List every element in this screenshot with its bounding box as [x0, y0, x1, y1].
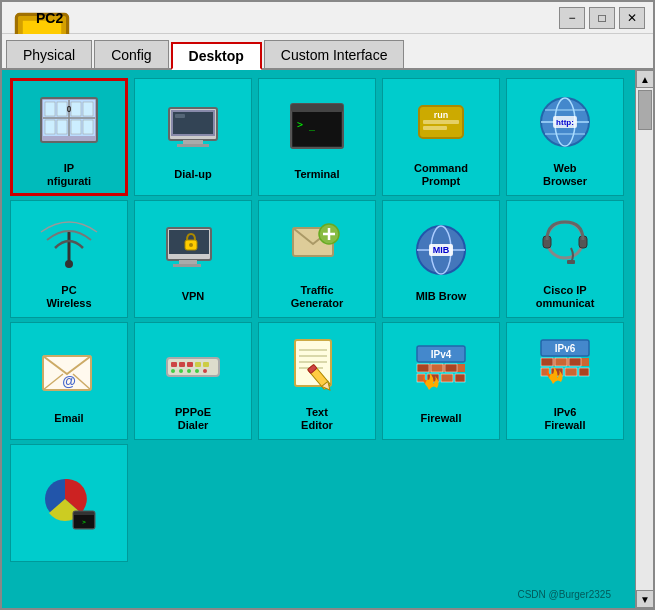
dialup-label: Dial-up [174, 168, 211, 181]
title-bar-left: PC2 [10, 8, 63, 28]
desktop-item-cisco-ip[interactable]: Cisco IP ommunicat [506, 200, 624, 318]
svg-rect-13 [45, 120, 55, 134]
desktop-grid-wrapper[interactable]: 106 IP nfigurati [2, 70, 635, 608]
pppoe-dialer-icon [157, 330, 229, 402]
ip-config-icon: 106 [33, 86, 105, 158]
svg-rect-10 [57, 102, 67, 116]
desktop-item-email[interactable]: @ Email [10, 322, 128, 440]
desktop-item-traffic-generator[interactable]: Traffic Generator [258, 200, 376, 318]
tab-custom-interface[interactable]: Custom Interface [264, 40, 405, 68]
svg-point-39 [65, 260, 73, 268]
close-button[interactable]: ✕ [619, 7, 645, 29]
svg-rect-9 [45, 102, 55, 116]
scroll-track[interactable] [636, 88, 653, 590]
svg-rect-22 [175, 114, 185, 118]
svg-point-45 [189, 243, 193, 247]
vpn-icon [157, 214, 229, 286]
title-bar: PC2 − □ ✕ [2, 2, 653, 34]
chart-icon: > [33, 465, 105, 537]
svg-rect-20 [177, 144, 209, 147]
svg-point-69 [171, 369, 175, 373]
svg-text:@: @ [62, 373, 76, 389]
svg-rect-67 [195, 362, 201, 367]
terminal-label: Terminal [294, 168, 339, 181]
desktop-item-web-browser[interactable]: http: Web Browser [506, 78, 624, 196]
svg-text:> _: > _ [297, 119, 316, 131]
desktop-item-firewall[interactable]: IPv4 [382, 322, 500, 440]
svg-rect-86 [431, 364, 443, 372]
scroll-thumb[interactable] [638, 90, 652, 130]
svg-rect-19 [183, 140, 203, 144]
desktop-item-mib-browser[interactable]: MIB MIB Brow [382, 200, 500, 318]
cisco-ip-icon [529, 208, 601, 280]
svg-rect-15 [71, 120, 81, 134]
svg-rect-66 [187, 362, 193, 367]
window-controls: − □ ✕ [559, 7, 645, 29]
firewall-label: Firewall [421, 412, 462, 425]
desktop-item-vpn[interactable]: VPN [134, 200, 252, 318]
traffic-generator-icon [281, 208, 353, 280]
svg-text:IPv6: IPv6 [555, 343, 576, 354]
svg-rect-29 [423, 120, 459, 124]
svg-rect-64 [171, 362, 177, 367]
pc-wireless-icon [33, 208, 105, 280]
pppoe-dialer-label: PPPoE Dialer [175, 406, 211, 432]
ip-config-label: IP nfigurati [47, 162, 91, 188]
scroll-up-button[interactable]: ▲ [636, 70, 653, 88]
svg-rect-42 [179, 260, 197, 264]
minimize-button[interactable]: − [559, 7, 585, 29]
desktop-item-text-editor[interactable]: Text Editor [258, 322, 376, 440]
text-editor-label: Text Editor [301, 406, 333, 432]
pc2-window: PC2 − □ ✕ Physical Config Desktop Custom… [0, 0, 655, 610]
svg-text:IPv4: IPv4 [431, 349, 452, 360]
svg-rect-11 [71, 102, 81, 116]
dialup-icon [157, 92, 229, 164]
pc-wireless-label: PC Wireless [46, 284, 91, 310]
desktop-item-pc-wireless[interactable]: PC Wireless [10, 200, 128, 318]
desktop-item-terminal[interactable]: > _ Terminal [258, 78, 376, 196]
command-prompt-label: Command Prompt [414, 162, 468, 188]
svg-rect-91 [455, 374, 465, 382]
tab-config[interactable]: Config [94, 40, 168, 68]
mib-browser-label: MIB Brow [416, 290, 467, 303]
web-browser-label: Web Browser [543, 162, 587, 188]
svg-rect-58 [567, 260, 575, 264]
svg-rect-96 [555, 358, 567, 366]
desktop-item-ip-config[interactable]: 106 IP nfigurati [10, 78, 128, 196]
scrollbar[interactable]: ▲ ▼ [635, 70, 653, 608]
svg-rect-95 [541, 358, 553, 366]
ipv6-firewall-icon: IPv6 [529, 330, 601, 402]
text-editor-icon [281, 330, 353, 402]
firewall-icon: IPv4 [405, 336, 477, 408]
web-browser-icon: http: [529, 86, 601, 158]
svg-text:run: run [434, 110, 449, 120]
content-area: 106 IP nfigurati [2, 70, 653, 608]
traffic-generator-label: Traffic Generator [291, 284, 344, 310]
desktop-item-dialup[interactable]: Dial-up [134, 78, 252, 196]
svg-text:MIB: MIB [433, 245, 450, 255]
tab-desktop[interactable]: Desktop [171, 42, 262, 70]
desktop-item-command-prompt[interactable]: run Command Prompt [382, 78, 500, 196]
watermark: CSDN @Burger2325 [517, 589, 611, 600]
scroll-down-button[interactable]: ▼ [636, 590, 653, 608]
svg-rect-68 [203, 362, 209, 367]
desktop-item-chart[interactable]: > [10, 444, 128, 562]
ipv6-firewall-label: IPv6 Firewall [545, 406, 586, 432]
svg-rect-101 [579, 368, 589, 376]
vpn-label: VPN [182, 290, 205, 303]
maximize-button[interactable]: □ [589, 7, 615, 29]
tab-bar: Physical Config Desktop Custom Interface [2, 34, 653, 70]
desktop-item-ipv6-firewall[interactable]: IPv6 [506, 322, 624, 440]
command-prompt-icon: run [405, 86, 477, 158]
tab-physical[interactable]: Physical [6, 40, 92, 68]
svg-rect-25 [291, 104, 343, 112]
svg-rect-30 [423, 126, 447, 130]
app-icon [10, 8, 30, 28]
desktop-item-pppoe-dialer[interactable]: PPPoE Dialer [134, 322, 252, 440]
svg-rect-65 [179, 362, 185, 367]
desktop-grid: 106 IP nfigurati [10, 78, 627, 562]
window-title: PC2 [36, 10, 63, 26]
svg-point-72 [195, 369, 199, 373]
terminal-icon: > _ [281, 92, 353, 164]
svg-rect-85 [417, 364, 429, 372]
